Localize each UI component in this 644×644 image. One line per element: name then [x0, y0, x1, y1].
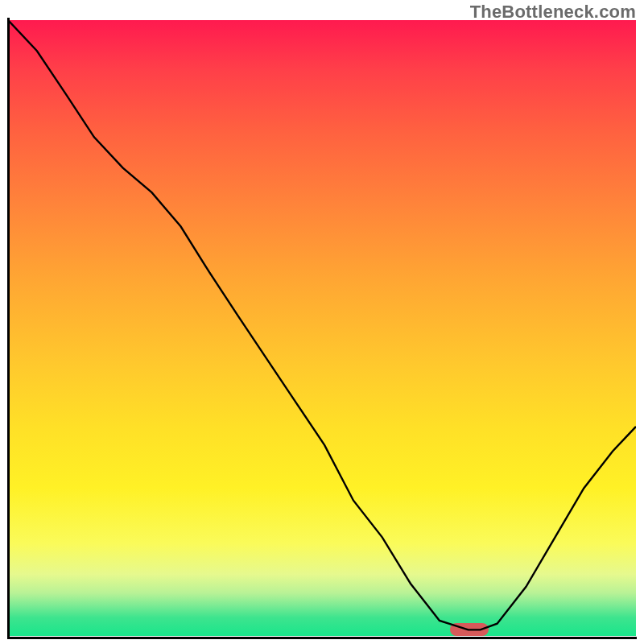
bottleneck-curve: [8, 20, 636, 636]
chart-container: TheBottleneck.com: [0, 0, 644, 644]
watermark-text: TheBottleneck.com: [470, 2, 636, 23]
x-axis-line: [7, 637, 637, 639]
